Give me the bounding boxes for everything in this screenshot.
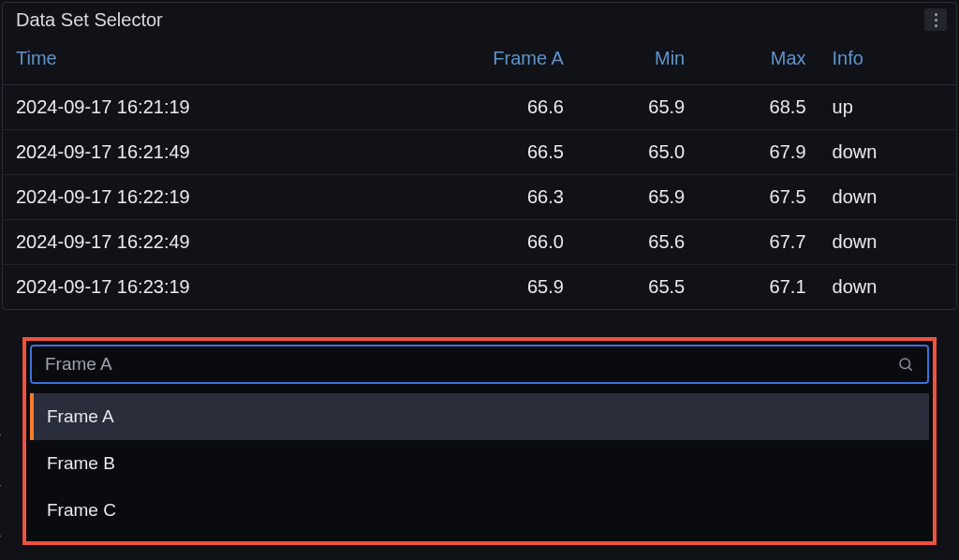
data-table: Time Frame A Min Max Info 2024-09-17 16:… xyxy=(3,35,956,309)
cell-min: 65.9 xyxy=(577,85,698,130)
cell-max: 67.5 xyxy=(698,175,819,220)
panel-header: Data Set Selector xyxy=(3,3,956,35)
col-max[interactable]: Max xyxy=(698,35,819,85)
cell-frame-a: 66.6 xyxy=(390,85,577,130)
search-value: Frame A xyxy=(45,354,897,375)
kebab-menu-icon[interactable] xyxy=(924,8,947,31)
cell-info: down xyxy=(819,220,956,265)
cell-time: 2024-09-17 16:22:19 xyxy=(3,175,390,220)
frame-selector-dropdown: Frame A Frame AFrame BFrame C xyxy=(22,337,937,545)
cell-min: 65.0 xyxy=(577,130,698,175)
options-list: Frame AFrame BFrame C xyxy=(30,393,929,534)
option-item[interactable]: Frame B xyxy=(30,440,929,487)
table-row[interactable]: 2024-09-17 16:23:1965.965.567.1down xyxy=(3,265,956,310)
cell-min: 65.9 xyxy=(577,175,698,220)
cell-max: 68.5 xyxy=(698,85,819,130)
svg-point-0 xyxy=(900,359,910,369)
chevron-right-icon: › xyxy=(0,529,1,541)
table-row[interactable]: 2024-09-17 16:22:1966.365.967.5down xyxy=(3,175,956,220)
table-row[interactable]: 2024-09-17 16:21:1966.665.968.5up xyxy=(3,85,956,130)
cell-frame-a: 66.5 xyxy=(390,130,577,175)
cell-time: 2024-09-17 16:23:19 xyxy=(3,265,390,310)
table-row[interactable]: 2024-09-17 16:22:4966.065.667.7down xyxy=(3,220,956,265)
cell-max: 67.7 xyxy=(698,220,819,265)
cell-frame-a: 65.9 xyxy=(390,265,577,310)
chevron-right-icon: › xyxy=(0,428,1,440)
cell-info: down xyxy=(819,265,956,310)
svg-line-1 xyxy=(908,367,911,370)
chevron-right-icon: › xyxy=(0,479,1,491)
cell-info: down xyxy=(819,175,956,220)
panel-title: Data Set Selector xyxy=(16,9,163,31)
col-frame-a[interactable]: Frame A xyxy=(390,35,577,85)
cell-info: down xyxy=(819,130,956,175)
col-info[interactable]: Info xyxy=(819,35,956,85)
cell-frame-a: 66.3 xyxy=(390,175,577,220)
cell-info: up xyxy=(819,85,956,130)
table-row[interactable]: 2024-09-17 16:21:4966.565.067.9down xyxy=(3,130,956,175)
option-item[interactable]: Frame A xyxy=(30,393,929,440)
search-icon xyxy=(897,356,914,373)
col-time[interactable]: Time xyxy=(3,35,390,85)
search-input[interactable]: Frame A xyxy=(30,345,929,384)
data-selector-panel: Data Set Selector Time Frame A Min Max I… xyxy=(2,2,957,310)
cell-time: 2024-09-17 16:21:49 xyxy=(3,130,390,175)
cell-frame-a: 66.0 xyxy=(390,220,577,265)
cell-min: 65.5 xyxy=(577,265,698,310)
cell-min: 65.6 xyxy=(577,220,698,265)
cell-max: 67.1 xyxy=(698,265,819,310)
option-item[interactable]: Frame C xyxy=(30,487,929,534)
cell-max: 67.9 xyxy=(698,130,819,175)
col-min[interactable]: Min xyxy=(577,35,698,85)
cell-time: 2024-09-17 16:21:19 xyxy=(3,85,390,130)
cell-time: 2024-09-17 16:22:49 xyxy=(3,220,390,265)
